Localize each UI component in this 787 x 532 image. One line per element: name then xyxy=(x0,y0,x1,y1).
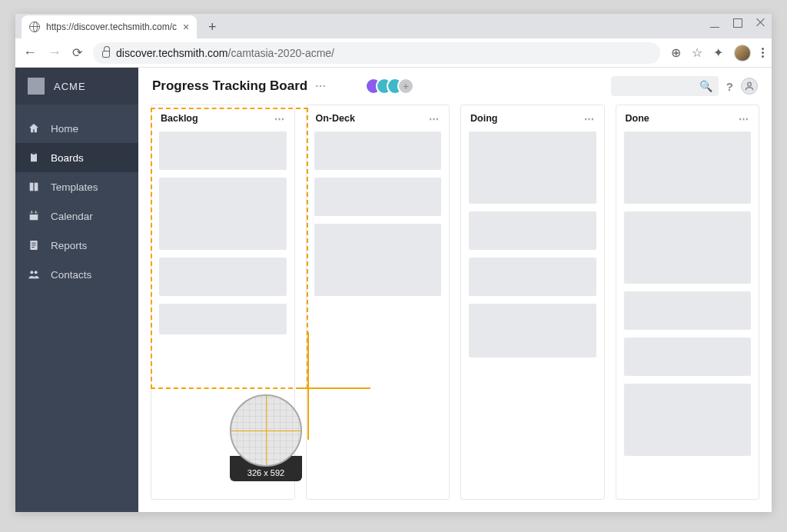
column-more-icon[interactable]: ⋯ xyxy=(274,113,285,125)
column-header: On-Deck⋯ xyxy=(307,105,450,131)
column-more-icon[interactable]: ⋯ xyxy=(739,113,749,125)
profile-avatar[interactable] xyxy=(734,45,751,62)
column-header: Done⋯ xyxy=(616,105,759,131)
sidebar-item-label: Contacts xyxy=(51,269,91,281)
svg-rect-5 xyxy=(30,212,38,214)
close-window-icon[interactable] xyxy=(756,18,765,28)
column-doing: Doing⋯ xyxy=(460,105,605,500)
globe-icon xyxy=(29,22,40,32)
sidebar-item-label: Home xyxy=(51,123,78,135)
svg-rect-7 xyxy=(35,211,36,213)
svg-rect-0 xyxy=(31,154,37,162)
card[interactable] xyxy=(624,291,752,330)
svg-point-13 xyxy=(35,271,38,274)
main-area: Progress Tracking Board ⋯ + 🔍 ? Backlog⋯… xyxy=(138,68,772,512)
column-more-icon[interactable]: ⋯ xyxy=(429,113,440,125)
card[interactable] xyxy=(469,131,596,204)
column-title: On-Deck xyxy=(316,113,355,124)
column-title: Doing xyxy=(470,113,497,124)
svg-rect-1 xyxy=(32,152,35,155)
brand-logo xyxy=(28,78,45,95)
card[interactable] xyxy=(159,131,287,170)
reports-icon xyxy=(28,239,40,251)
star-icon[interactable]: ☆ xyxy=(692,45,702,60)
brand[interactable]: ACME xyxy=(15,68,138,105)
help-button[interactable]: ? xyxy=(726,80,733,93)
browser-tab[interactable]: https://discover.techsmith.com/c × xyxy=(22,15,197,38)
sidebar-item-home[interactable]: Home xyxy=(15,114,138,143)
user-menu-icon[interactable] xyxy=(741,78,758,95)
browser-titlebar: https://discover.techsmith.com/c × + xyxy=(15,14,772,38)
card[interactable] xyxy=(624,384,752,456)
column-body xyxy=(461,131,604,499)
svg-rect-11 xyxy=(32,247,34,248)
templates-icon xyxy=(28,181,40,193)
zoom-icon[interactable]: ⊕ xyxy=(671,45,681,60)
card[interactable] xyxy=(624,337,752,376)
close-tab-icon[interactable]: × xyxy=(183,21,189,33)
card[interactable] xyxy=(159,304,287,334)
sidebar-item-reports[interactable]: Reports xyxy=(15,231,138,260)
sidebar-item-label: Reports xyxy=(51,240,87,251)
sidebar-item-boards[interactable]: Boards xyxy=(15,143,138,172)
magnifier-lens-icon xyxy=(230,394,302,467)
card[interactable] xyxy=(314,224,442,296)
column-done: Done⋯ xyxy=(616,105,760,500)
extensions-icon[interactable]: ✦ xyxy=(713,45,723,60)
minimize-icon[interactable] xyxy=(710,18,719,28)
magnifier: 326 x 592 xyxy=(230,394,302,481)
card[interactable] xyxy=(314,178,442,216)
sidebar-item-contacts[interactable]: Contacts xyxy=(15,260,138,289)
contacts-icon xyxy=(28,268,40,281)
forward-button: → xyxy=(48,45,61,61)
board-title-more-icon[interactable]: ⋯ xyxy=(315,80,327,92)
search-input[interactable]: 🔍 xyxy=(611,76,719,96)
card[interactable] xyxy=(159,258,287,296)
url-path: /camtasia-2020-acme/ xyxy=(228,47,335,59)
card[interactable] xyxy=(469,211,596,250)
back-button[interactable]: ← xyxy=(23,45,37,61)
svg-point-12 xyxy=(30,271,33,274)
sidebar-item-calendar[interactable]: Calendar xyxy=(15,201,138,231)
card[interactable] xyxy=(469,258,596,296)
add-member-button[interactable]: + xyxy=(397,78,414,95)
column-body xyxy=(616,131,759,499)
page-title: Progress Tracking Board xyxy=(152,78,307,94)
calendar-icon xyxy=(28,210,40,222)
browser-menu-icon[interactable] xyxy=(762,48,764,58)
url-domain: discover.techsmith.com xyxy=(116,47,228,59)
sidebar-item-templates[interactable]: Templates xyxy=(15,172,138,201)
maximize-icon[interactable] xyxy=(733,18,742,28)
search-icon: 🔍 xyxy=(699,80,712,92)
browser-window: https://discover.techsmith.com/c × + ← →… xyxy=(15,14,772,512)
sidebar-item-label: Boards xyxy=(51,152,84,164)
card[interactable] xyxy=(624,131,752,204)
column-more-icon[interactable]: ⋯ xyxy=(584,113,595,125)
crosshair-vertical xyxy=(307,332,309,440)
svg-rect-3 xyxy=(35,183,38,191)
tab-title: https://discover.techsmith.com/c xyxy=(46,22,177,32)
card[interactable] xyxy=(314,131,442,170)
svg-rect-2 xyxy=(30,183,34,191)
card[interactable] xyxy=(159,178,287,250)
new-tab-button[interactable]: + xyxy=(203,18,221,36)
column-body xyxy=(307,131,450,499)
reload-button[interactable]: ⟳ xyxy=(72,45,82,60)
svg-point-14 xyxy=(748,82,752,86)
home-icon xyxy=(28,122,40,135)
clipboard-icon xyxy=(28,151,40,164)
brand-name: ACME xyxy=(54,81,86,92)
sidebar-item-label: Templates xyxy=(51,181,98,193)
svg-rect-9 xyxy=(32,243,35,244)
address-bar: ← → ⟳ discover.techsmith.com/camtasia-20… xyxy=(15,38,772,68)
window-controls xyxy=(710,18,765,28)
sidebar-item-label: Calendar xyxy=(51,211,93,222)
card[interactable] xyxy=(469,304,596,357)
presence-avatars: + xyxy=(365,78,414,95)
column-title: Done xyxy=(626,113,649,124)
column-header: Backlog⋯ xyxy=(151,105,294,131)
card[interactable] xyxy=(624,211,752,284)
url-input[interactable]: discover.techsmith.com/camtasia-2020-acm… xyxy=(93,42,660,64)
sidebar: ACME HomeBoardsTemplatesCalendarReportsC… xyxy=(15,68,138,512)
lock-icon xyxy=(102,51,110,58)
